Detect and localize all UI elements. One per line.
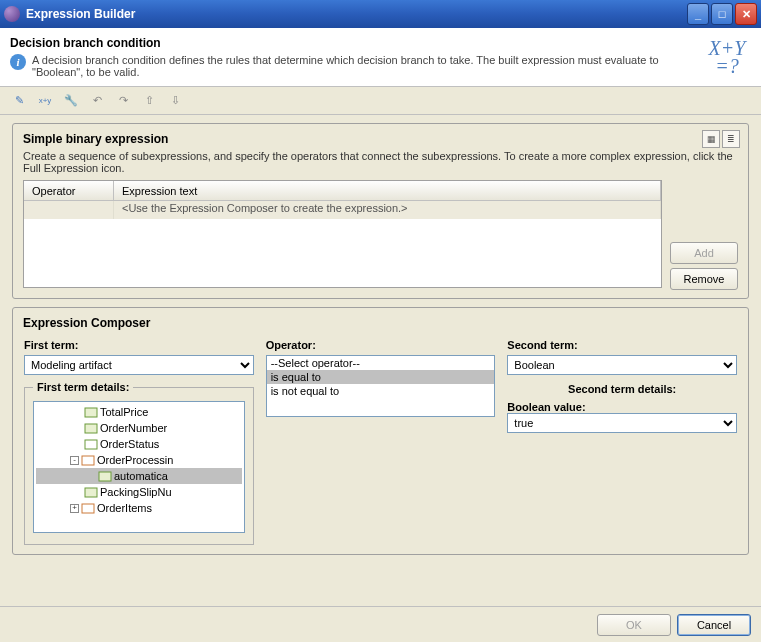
- close-button[interactable]: ✕: [735, 3, 757, 25]
- window-title: Expression Builder: [26, 7, 685, 21]
- tree-node[interactable]: TotalPrice: [36, 404, 242, 420]
- simple-desc: Create a sequence of subexpressions, and…: [23, 150, 738, 174]
- expression-table[interactable]: Operator Expression text <Use the Expres…: [23, 180, 662, 288]
- svg-rect-0: [85, 408, 97, 417]
- maximize-button[interactable]: □: [711, 3, 733, 25]
- ok-button[interactable]: OK: [597, 614, 671, 636]
- expression-mode-icon[interactable]: x+y: [34, 90, 56, 112]
- info-icon: i: [10, 54, 26, 70]
- collapse-icon[interactable]: -: [70, 456, 79, 465]
- expression-composer-panel: Expression Composer First term: Modeling…: [12, 307, 749, 555]
- composer-title: Expression Composer: [23, 316, 738, 330]
- first-term-label: First term:: [24, 339, 254, 351]
- artifact-tree[interactable]: TotalPrice OrderNumber OrderStatus -Orde…: [33, 401, 245, 533]
- boolean-value-label: Boolean value:: [507, 401, 737, 413]
- minimize-button[interactable]: _: [687, 3, 709, 25]
- page-title: Decision branch condition: [10, 36, 703, 50]
- view-icon-2[interactable]: ≣: [722, 130, 740, 148]
- wrench-icon[interactable]: 🔧: [60, 90, 82, 112]
- dialog-footer: OK Cancel: [0, 606, 761, 642]
- tree-node[interactable]: OrderNumber: [36, 420, 242, 436]
- operator-option[interactable]: is not equal to: [267, 384, 495, 398]
- edit-icon[interactable]: ✎: [8, 90, 30, 112]
- svg-rect-5: [85, 488, 97, 497]
- operator-label: Operator:: [266, 339, 496, 351]
- first-term-details-label: First term details:: [33, 381, 133, 393]
- tree-node[interactable]: -OrderProcessin: [36, 452, 242, 468]
- cancel-button[interactable]: Cancel: [677, 614, 751, 636]
- col-expression-text[interactable]: Expression text: [114, 181, 661, 200]
- svg-rect-6: [82, 504, 94, 513]
- first-term-select[interactable]: Modeling artifact: [24, 355, 254, 375]
- second-term-details-label: Second term details:: [507, 383, 737, 395]
- table-row[interactable]: <Use the Expression Composer to create t…: [24, 201, 661, 219]
- first-term-details: First term details: TotalPrice OrderNumb…: [24, 381, 254, 545]
- expression-logo: X+Y=?: [709, 39, 746, 75]
- up-icon[interactable]: ⇧: [138, 90, 160, 112]
- tree-node[interactable]: PackingSlipNu: [36, 484, 242, 500]
- svg-rect-3: [82, 456, 94, 465]
- title-bar: Expression Builder _ □ ✕: [0, 0, 761, 28]
- view-icon-1[interactable]: ▦: [702, 130, 720, 148]
- boolean-value-select[interactable]: true: [507, 413, 737, 433]
- tree-node[interactable]: OrderStatus: [36, 436, 242, 452]
- placeholder-cell: <Use the Expression Composer to create t…: [114, 201, 661, 219]
- second-term-select[interactable]: Boolean: [507, 355, 737, 375]
- operator-list[interactable]: --Select operator-- is equal to is not e…: [266, 355, 496, 417]
- expand-icon[interactable]: +: [70, 504, 79, 513]
- simple-title: Simple binary expression: [23, 132, 738, 146]
- down-icon[interactable]: ⇩: [164, 90, 186, 112]
- remove-button[interactable]: Remove: [670, 268, 738, 290]
- second-term-label: Second term:: [507, 339, 737, 351]
- svg-rect-1: [85, 424, 97, 433]
- header-panel: Decision branch condition i A decision b…: [0, 28, 761, 87]
- col-operator[interactable]: Operator: [24, 181, 114, 200]
- simple-expression-panel: ▦ ≣ Simple binary expression Create a se…: [12, 123, 749, 299]
- tree-node-selected[interactable]: automatica: [36, 468, 242, 484]
- svg-rect-4: [99, 472, 111, 481]
- undo-icon[interactable]: ↶: [86, 90, 108, 112]
- add-button[interactable]: Add: [670, 242, 738, 264]
- tree-node[interactable]: +OrderItems: [36, 500, 242, 516]
- svg-rect-2: [85, 440, 97, 449]
- app-icon: [4, 6, 20, 22]
- operator-option-selected[interactable]: is equal to: [267, 370, 495, 384]
- redo-icon[interactable]: ↷: [112, 90, 134, 112]
- operator-option[interactable]: --Select operator--: [267, 356, 495, 370]
- toolbar: ✎ x+y 🔧 ↶ ↷ ⇧ ⇩: [0, 87, 761, 115]
- page-description: A decision branch condition defines the …: [32, 54, 703, 78]
